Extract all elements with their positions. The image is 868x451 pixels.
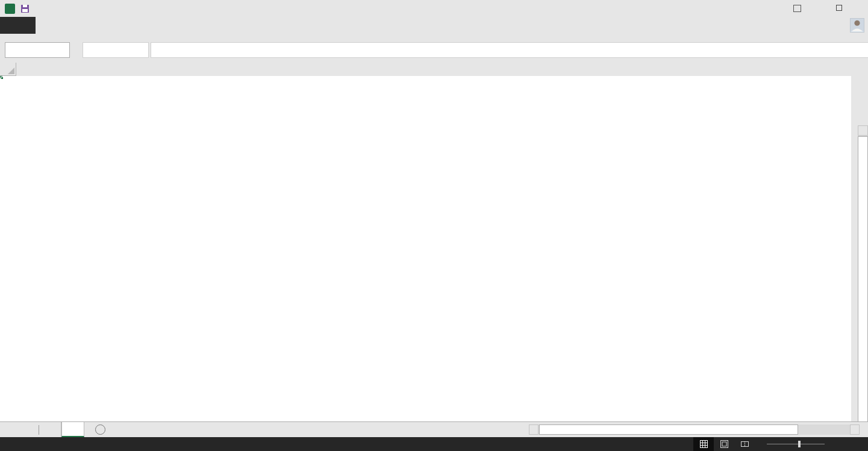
select-all-icon [8, 68, 14, 74]
horizontal-scrollbar[interactable] [529, 424, 860, 435]
page-break-view-icon [741, 440, 749, 448]
window-controls [773, 0, 864, 17]
status-bar-right [693, 437, 868, 451]
ribbon-display-options-button[interactable] [793, 5, 803, 12]
normal-view-icon [700, 440, 708, 448]
horizontal-scroll-thumb[interactable] [539, 424, 798, 435]
formula-bar [0, 34, 868, 63]
sheet-tab-bar [0, 421, 868, 437]
scroll-left-button[interactable] [529, 424, 539, 435]
tab-page-layout[interactable] [85, 17, 102, 34]
tab-insert[interactable] [63, 17, 80, 34]
scroll-up-button[interactable] [858, 125, 868, 136]
zoom-slider-thumb[interactable] [798, 441, 801, 447]
excel-app-icon[interactable] [5, 4, 15, 14]
formula-buttons [83, 42, 149, 58]
vertical-scrollbar[interactable] [858, 125, 868, 421]
selected-cell-outline [0, 76, 2, 78]
tab-home[interactable] [43, 17, 60, 34]
sheet-tab-averagereport[interactable] [61, 422, 84, 437]
select-all-button[interactable] [0, 63, 16, 76]
quick-access-toolbar [0, 4, 52, 14]
page-layout-view-button[interactable] [714, 437, 734, 451]
worksheet-grid[interactable] [0, 63, 851, 421]
fill-handle[interactable] [1, 77, 4, 80]
tab-file[interactable] [0, 17, 36, 34]
excel-window [0, 0, 868, 451]
ribbon-tab-row [0, 17, 868, 34]
new-sheet-button[interactable] [95, 424, 105, 435]
maximize-button[interactable] [834, 4, 844, 13]
tab-review[interactable] [149, 17, 166, 34]
ribbon-display-options-icon [793, 5, 801, 12]
page-break-view-button[interactable] [734, 437, 755, 451]
formula-input[interactable] [151, 42, 868, 58]
user-avatar[interactable] [850, 18, 864, 33]
save-button[interactable] [17, 5, 29, 13]
save-icon [21, 5, 29, 13]
column-headers [0, 63, 851, 76]
account-area[interactable] [842, 18, 864, 33]
title-bar [0, 0, 868, 17]
worksheet-region [0, 63, 868, 421]
status-bar [0, 437, 868, 451]
tab-view[interactable] [169, 17, 186, 34]
avatar-silhouette [851, 18, 864, 32]
maximize-icon [836, 5, 842, 11]
normal-view-button[interactable] [693, 437, 714, 451]
sheet-nav [0, 422, 30, 437]
name-box[interactable] [5, 42, 70, 58]
tab-formulas[interactable] [107, 17, 123, 34]
tab-data[interactable] [128, 17, 145, 34]
page-layout-view-icon [720, 440, 728, 448]
vertical-scroll-thumb[interactable] [858, 136, 868, 421]
sheet-tab-classicreport[interactable] [39, 422, 61, 437]
zoom-slider[interactable] [767, 444, 825, 444]
scroll-right-button[interactable] [850, 424, 860, 435]
